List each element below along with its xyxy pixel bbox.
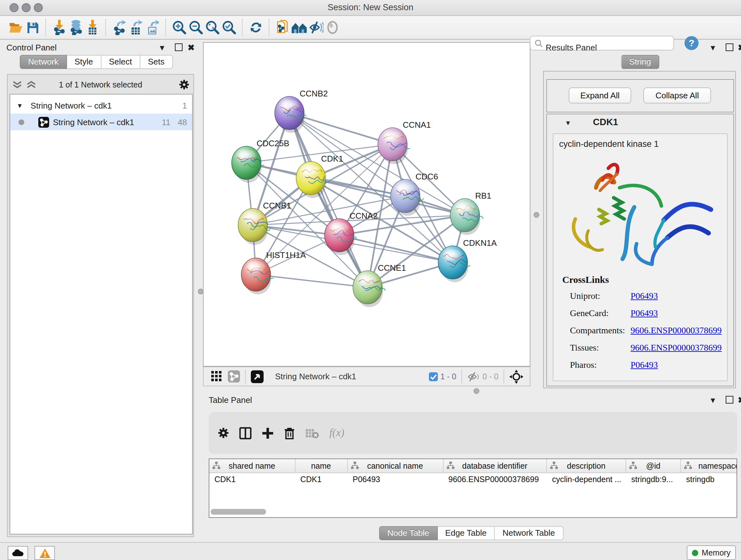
- tab-string[interactable]: String: [621, 55, 659, 69]
- clone-network-icon[interactable]: [274, 18, 291, 37]
- vertical-splitter-handle-right[interactable]: [534, 212, 539, 218]
- network-options-gear-icon[interactable]: [179, 79, 190, 90]
- panel-menu-icon[interactable]: ▼: [709, 396, 717, 404]
- crosslink-link[interactable]: 9606.ENSP00000378699: [630, 343, 722, 353]
- tab-sets[interactable]: Sets: [140, 55, 173, 69]
- memory-button[interactable]: Memory: [687, 545, 736, 560]
- panel-float-icon[interactable]: [175, 44, 183, 51]
- network-node-CDKN1A[interactable]: [438, 246, 470, 282]
- tab-style[interactable]: Style: [67, 55, 101, 69]
- network-node-RB1[interactable]: [450, 199, 483, 235]
- tab-edge-table[interactable]: Edge Table: [437, 526, 495, 540]
- crosslink-link[interactable]: P06493: [630, 360, 658, 370]
- delete-table-icon[interactable]: [305, 428, 319, 438]
- crosslink-link[interactable]: P06493: [630, 308, 658, 319]
- node-label-CCNA1: CCNA1: [403, 120, 431, 130]
- table-header-row: shared namenamecanonical namedatabase id…: [209, 459, 737, 473]
- network-collection-row[interactable]: ▼ String Network – cdk1 1: [10, 97, 192, 114]
- detach-view-icon[interactable]: [251, 370, 264, 383]
- selected-checkbox-icon[interactable]: [429, 372, 438, 381]
- tab-network[interactable]: Network: [20, 55, 67, 69]
- refresh-icon[interactable]: [248, 18, 264, 37]
- export-network-icon[interactable]: [111, 18, 128, 37]
- network-node-CCNA1[interactable]: [378, 128, 410, 164]
- formula-fx-icon[interactable]: f(x): [329, 427, 344, 439]
- panel-close-icon[interactable]: ✖: [738, 43, 741, 52]
- column-header-namespace[interactable]: namespace: [681, 459, 737, 473]
- table-horizontal-scrollbar[interactable]: [211, 509, 266, 515]
- crosslink-label: Pharos:: [570, 360, 597, 370]
- panel-close-icon[interactable]: ✖: [188, 43, 195, 52]
- network-node-HIST1H1A[interactable]: [241, 258, 273, 294]
- column-header-database-identifier[interactable]: database identifier: [443, 459, 547, 473]
- table-settings-gear-icon[interactable]: [218, 427, 229, 439]
- panel-float-icon[interactable]: [726, 44, 733, 51]
- tab-network-table[interactable]: Network Table: [495, 526, 563, 540]
- zoom-fit-icon[interactable]: [204, 18, 221, 37]
- table-cell[interactable]: 9606.ENSP00000378699: [443, 473, 547, 486]
- add-column-icon[interactable]: [239, 427, 252, 439]
- panel-menu-icon[interactable]: ▼: [158, 44, 166, 52]
- hidden-eye-icon[interactable]: [467, 371, 480, 381]
- collapse-all-button[interactable]: Collapse All: [643, 87, 711, 104]
- table-cell[interactable]: stringdb: [681, 473, 737, 486]
- share-view-icon[interactable]: [228, 370, 240, 382]
- add-row-plus-icon[interactable]: [262, 427, 274, 439]
- table-cell[interactable]: cyclin-dependent ...: [547, 473, 626, 486]
- panel-float-icon[interactable]: [726, 396, 733, 403]
- zoom-selected-icon[interactable]: [221, 18, 238, 37]
- tab-select[interactable]: Select: [101, 55, 140, 69]
- network-canvas[interactable]: CCNB2CCNA1CDC25BCDK1CDC6RB1CCNB1CCNA2CDK…: [203, 42, 530, 367]
- collection-collapse-icon[interactable]: ▼: [17, 102, 23, 109]
- grid-view-icon[interactable]: [211, 371, 222, 382]
- hide-selected-eye-icon[interactable]: [308, 18, 324, 37]
- panel-menu-icon[interactable]: ▼: [709, 44, 717, 52]
- show-all-eye-icon[interactable]: [324, 18, 341, 37]
- panel-close-icon[interactable]: ✖: [738, 395, 741, 405]
- crosslink-link[interactable]: P06493: [630, 291, 658, 301]
- control-panel-title: Control Panel: [6, 43, 57, 52]
- network-node-CCNB2[interactable]: [275, 97, 307, 133]
- table-cell[interactable]: stringdb:9...: [626, 473, 681, 486]
- network-row-selected[interactable]: String Network – cdk1 11 48: [10, 114, 192, 130]
- node-label-CCNA2: CCNA2: [349, 211, 378, 221]
- column-header-name[interactable]: name: [295, 459, 347, 473]
- network-node-CCNE1[interactable]: [353, 271, 386, 307]
- table-cell[interactable]: P06493: [347, 473, 443, 486]
- export-table-icon[interactable]: [128, 18, 144, 37]
- table-row[interactable]: CDK1CDK1P064939606.ENSP00000378699cyclin…: [209, 473, 737, 486]
- toolbar-separator: [105, 19, 107, 36]
- zoom-out-icon[interactable]: [188, 18, 204, 37]
- open-folder-icon[interactable]: [8, 18, 24, 37]
- zoom-in-icon[interactable]: [171, 18, 188, 37]
- birds-eye-crosshair-icon[interactable]: [509, 369, 523, 383]
- network-node-CDC25B[interactable]: [232, 146, 265, 183]
- save-session-icon[interactable]: [24, 18, 41, 37]
- expand-all-button[interactable]: Expand All: [569, 87, 631, 104]
- string-home-icon[interactable]: [291, 18, 308, 37]
- export-image-icon[interactable]: [144, 18, 161, 37]
- delete-trash-icon[interactable]: [284, 427, 295, 439]
- network-node-CDK1[interactable]: [296, 162, 329, 198]
- import-table-icon[interactable]: [84, 18, 101, 37]
- column-header-shared-name[interactable]: shared name: [209, 459, 295, 473]
- protein-collapse-icon[interactable]: ▼: [565, 119, 571, 126]
- cloud-button[interactable]: [8, 546, 28, 560]
- table-cell[interactable]: CDK1: [209, 473, 295, 486]
- control-panel-tabs: NetworkStyleSelectSets: [20, 55, 173, 69]
- network-node-CCNA2[interactable]: [325, 219, 356, 255]
- protein-structure-image[interactable]: [563, 152, 717, 276]
- crosslink-link[interactable]: 9606.ENSP00000378699: [630, 326, 722, 336]
- column-header-description[interactable]: description: [547, 459, 626, 473]
- table-cell[interactable]: CDK1: [295, 473, 347, 486]
- viewbar-separator: [503, 369, 504, 383]
- warning-button[interactable]: [35, 546, 55, 560]
- column-header-canonical-name[interactable]: canonical name: [347, 459, 443, 473]
- tab-node-table[interactable]: Node Table: [379, 526, 437, 540]
- column-header-@id[interactable]: @id: [626, 459, 681, 473]
- import-network-database-icon[interactable]: [68, 18, 84, 37]
- toolbar-separator: [45, 19, 47, 36]
- toolbar-separator: [269, 19, 270, 36]
- import-network-file-icon[interactable]: [51, 18, 68, 37]
- protein-description: cyclin-dependent kinase 1: [559, 139, 659, 149]
